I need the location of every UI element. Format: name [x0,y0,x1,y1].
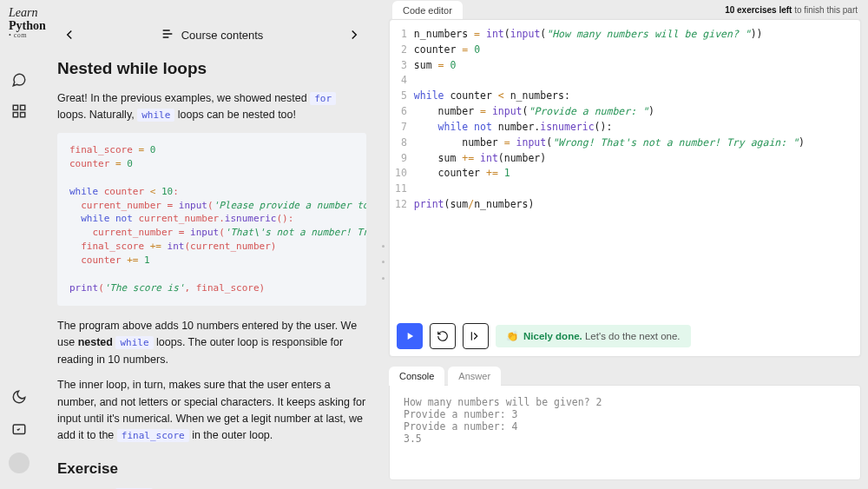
code-inline-finalscore: final_score [117,429,189,442]
svg-rect-2 [13,113,17,117]
brand-line3: • com [9,32,46,39]
lesson-title: Nested while loops [57,59,366,78]
console-tab[interactable]: Console [389,367,444,386]
next-button[interactable] [342,23,366,47]
reset-button[interactable] [430,323,456,349]
svg-rect-3 [21,113,25,117]
course-contents-button[interactable]: Course contents [161,27,264,43]
editor-panel: Code editor 123456789101112 n_numbers = … [389,0,861,480]
status-message: 👏 Nicely done. Let's do the next one. [496,325,691,347]
answer-tab[interactable]: Answer [448,367,501,386]
list-icon [161,27,174,43]
prev-button[interactable] [57,23,82,47]
svg-rect-0 [13,105,17,109]
brand-line2: Python [9,20,46,33]
lesson-p3: The inner loop, in turn, makes sure that… [57,377,366,445]
dashboard-icon[interactable] [9,101,30,122]
code-inline-for: for [310,92,336,105]
console-output[interactable]: How many numbers will be given? 2 Provid… [389,385,861,480]
brand-logo[interactable]: Learn Python • com [9,7,46,40]
svg-rect-1 [21,105,25,109]
next-exercise-button[interactable] [463,323,489,349]
code-editor[interactable]: 123456789101112 n_numbers = int(input("H… [389,19,861,357]
clap-icon: 👏 [506,330,518,342]
example-code-block: final_score = 0 counter = 0 while counte… [57,133,366,306]
run-button[interactable] [397,323,423,349]
exercise-heading: Exercise [57,460,366,478]
panel-resize-handle[interactable] [382,245,385,280]
theme-icon[interactable] [9,387,30,407]
avatar[interactable] [9,453,30,473]
course-contents-label: Course contents [181,29,264,42]
code-inline-while2: while [115,336,153,349]
editor-tab[interactable]: Code editor [392,1,463,20]
feedback-icon[interactable] [9,420,30,440]
line-gutter: 123456789101112 [390,27,414,318]
code-inline-while: while [137,109,174,122]
code-area[interactable]: n_numbers = int(input("How many numbers … [414,27,860,318]
lesson-p2: The program above adds 10 numbers entere… [57,318,366,368]
lesson-panel: Course contents Nested while loops Great… [42,0,382,489]
brand-line1: Learn [9,7,46,20]
lesson-p1: Great! In the previous examples, we show… [57,90,366,124]
chat-icon[interactable] [9,69,30,90]
